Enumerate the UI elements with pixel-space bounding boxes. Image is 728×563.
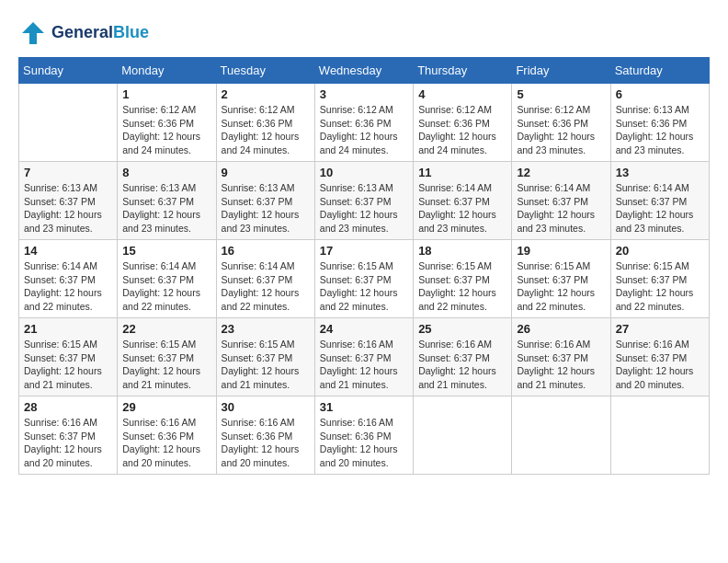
day-info: Sunrise: 6:16 AM Sunset: 6:37 PM Dayligh… [320,338,408,392]
weekday-row: SundayMondayTuesdayWednesdayThursdayFrid… [19,58,710,84]
day-info: Sunrise: 6:16 AM Sunset: 6:37 PM Dayligh… [517,338,605,392]
weekday-header: Friday [512,58,610,84]
calendar-cell: 23Sunrise: 6:15 AM Sunset: 6:37 PM Dayli… [216,318,314,396]
day-info: Sunrise: 6:16 AM Sunset: 6:36 PM Dayligh… [320,416,408,470]
logo: GeneralBlue [18,18,149,48]
day-number: 2 [222,87,310,101]
day-number: 24 [320,322,408,336]
day-number: 22 [122,322,210,336]
weekday-header: Wednesday [314,58,413,84]
day-info: Sunrise: 6:16 AM Sunset: 6:36 PM Dayligh… [122,416,210,470]
day-info: Sunrise: 6:14 AM Sunset: 6:37 PM Dayligh… [517,181,605,236]
day-number: 29 [122,400,210,414]
weekday-header: Sunday [19,58,118,84]
day-info: Sunrise: 6:12 AM Sunset: 6:36 PM Dayligh… [320,103,408,157]
day-info: Sunrise: 6:15 AM Sunset: 6:37 PM Dayligh… [418,259,506,314]
day-number: 23 [222,322,310,336]
calendar-cell: 15Sunrise: 6:14 AM Sunset: 6:37 PM Dayli… [118,240,216,318]
logo-icon [18,18,48,48]
day-number: 18 [418,244,506,258]
day-info: Sunrise: 6:14 AM Sunset: 6:37 PM Dayligh… [418,181,506,236]
day-info: Sunrise: 6:14 AM Sunset: 6:37 PM Dayligh… [222,259,310,314]
day-info: Sunrise: 6:13 AM Sunset: 6:37 PM Dayligh… [122,181,210,236]
day-number: 14 [24,244,112,258]
calendar-week-row: 28Sunrise: 6:16 AM Sunset: 6:37 PM Dayli… [19,396,710,475]
day-info: Sunrise: 6:14 AM Sunset: 6:37 PM Dayligh… [122,259,210,314]
day-info: Sunrise: 6:16 AM Sunset: 6:36 PM Dayligh… [222,416,310,470]
svg-marker-0 [22,22,44,44]
day-info: Sunrise: 6:14 AM Sunset: 6:37 PM Dayligh… [24,259,112,314]
day-info: Sunrise: 6:15 AM Sunset: 6:37 PM Dayligh… [616,259,704,314]
calendar-cell: 14Sunrise: 6:14 AM Sunset: 6:37 PM Dayli… [19,240,118,318]
calendar-header: SundayMondayTuesdayWednesdayThursdayFrid… [19,58,710,84]
day-number: 9 [222,166,310,179]
calendar-cell [414,396,512,475]
calendar-cell: 11Sunrise: 6:14 AM Sunset: 6:37 PM Dayli… [414,162,512,240]
day-number: 31 [320,400,408,414]
calendar-cell: 7Sunrise: 6:13 AM Sunset: 6:37 PM Daylig… [19,162,118,240]
day-number: 3 [320,87,408,101]
calendar-cell: 10Sunrise: 6:13 AM Sunset: 6:37 PM Dayli… [314,162,413,240]
day-number: 5 [517,87,605,101]
day-info: Sunrise: 6:15 AM Sunset: 6:37 PM Dayligh… [222,338,310,392]
day-number: 26 [517,322,605,336]
calendar-table: SundayMondayTuesdayWednesdayThursdayFrid… [18,57,710,475]
calendar-cell: 25Sunrise: 6:16 AM Sunset: 6:37 PM Dayli… [414,318,512,396]
day-number: 11 [418,166,506,179]
calendar-cell: 2Sunrise: 6:12 AM Sunset: 6:36 PM Daylig… [216,84,314,162]
calendar-cell: 3Sunrise: 6:12 AM Sunset: 6:36 PM Daylig… [314,84,413,162]
day-number: 21 [24,322,112,336]
day-number: 20 [616,244,704,258]
calendar-cell: 24Sunrise: 6:16 AM Sunset: 6:37 PM Dayli… [314,318,413,396]
calendar-cell: 26Sunrise: 6:16 AM Sunset: 6:37 PM Dayli… [512,318,610,396]
day-number: 15 [122,244,210,258]
day-number: 6 [616,87,704,101]
calendar-body: 1Sunrise: 6:12 AM Sunset: 6:36 PM Daylig… [19,84,710,475]
day-info: Sunrise: 6:16 AM Sunset: 6:37 PM Dayligh… [616,338,704,392]
calendar-cell: 12Sunrise: 6:14 AM Sunset: 6:37 PM Dayli… [512,162,610,240]
calendar-cell: 4Sunrise: 6:12 AM Sunset: 6:36 PM Daylig… [414,84,512,162]
day-number: 27 [616,322,704,336]
day-number: 25 [418,322,506,336]
day-number: 28 [24,400,112,414]
day-info: Sunrise: 6:13 AM Sunset: 6:37 PM Dayligh… [24,181,112,236]
day-info: Sunrise: 6:15 AM Sunset: 6:37 PM Dayligh… [320,259,408,314]
weekday-header: Monday [118,58,216,84]
calendar-cell: 19Sunrise: 6:15 AM Sunset: 6:37 PM Dayli… [512,240,610,318]
day-number: 13 [616,166,704,179]
day-info: Sunrise: 6:15 AM Sunset: 6:37 PM Dayligh… [24,338,112,392]
calendar-cell: 27Sunrise: 6:16 AM Sunset: 6:37 PM Dayli… [610,318,709,396]
day-number: 12 [517,166,605,179]
day-info: Sunrise: 6:12 AM Sunset: 6:36 PM Dayligh… [418,103,506,157]
day-number: 19 [517,244,605,258]
day-number: 4 [418,87,506,101]
day-info: Sunrise: 6:13 AM Sunset: 6:37 PM Dayligh… [320,181,408,236]
day-number: 17 [320,244,408,258]
day-info: Sunrise: 6:16 AM Sunset: 6:37 PM Dayligh… [418,338,506,392]
day-info: Sunrise: 6:15 AM Sunset: 6:37 PM Dayligh… [122,338,210,392]
calendar-cell: 29Sunrise: 6:16 AM Sunset: 6:36 PM Dayli… [118,396,216,475]
calendar-week-row: 7Sunrise: 6:13 AM Sunset: 6:37 PM Daylig… [19,162,710,240]
day-info: Sunrise: 6:13 AM Sunset: 6:36 PM Dayligh… [616,103,704,157]
calendar-cell: 17Sunrise: 6:15 AM Sunset: 6:37 PM Dayli… [314,240,413,318]
day-number: 1 [122,87,210,101]
calendar-cell: 21Sunrise: 6:15 AM Sunset: 6:37 PM Dayli… [19,318,118,396]
calendar-cell: 20Sunrise: 6:15 AM Sunset: 6:37 PM Dayli… [610,240,709,318]
logo-text: GeneralBlue [51,24,149,42]
calendar-week-row: 1Sunrise: 6:12 AM Sunset: 6:36 PM Daylig… [19,84,710,162]
day-info: Sunrise: 6:14 AM Sunset: 6:37 PM Dayligh… [616,181,704,236]
calendar-cell: 22Sunrise: 6:15 AM Sunset: 6:37 PM Dayli… [118,318,216,396]
day-info: Sunrise: 6:16 AM Sunset: 6:37 PM Dayligh… [24,416,112,470]
day-info: Sunrise: 6:15 AM Sunset: 6:37 PM Dayligh… [517,259,605,314]
calendar-cell [610,396,709,475]
day-info: Sunrise: 6:12 AM Sunset: 6:36 PM Dayligh… [517,103,605,157]
calendar-cell: 18Sunrise: 6:15 AM Sunset: 6:37 PM Dayli… [414,240,512,318]
calendar-cell: 5Sunrise: 6:12 AM Sunset: 6:36 PM Daylig… [512,84,610,162]
page-header: GeneralBlue [18,18,710,48]
day-number: 16 [222,244,310,258]
calendar-cell: 28Sunrise: 6:16 AM Sunset: 6:37 PM Dayli… [19,396,118,475]
calendar-cell: 9Sunrise: 6:13 AM Sunset: 6:37 PM Daylig… [216,162,314,240]
day-info: Sunrise: 6:12 AM Sunset: 6:36 PM Dayligh… [122,103,210,157]
calendar-cell: 30Sunrise: 6:16 AM Sunset: 6:36 PM Dayli… [216,396,314,475]
calendar-week-row: 14Sunrise: 6:14 AM Sunset: 6:37 PM Dayli… [19,240,710,318]
